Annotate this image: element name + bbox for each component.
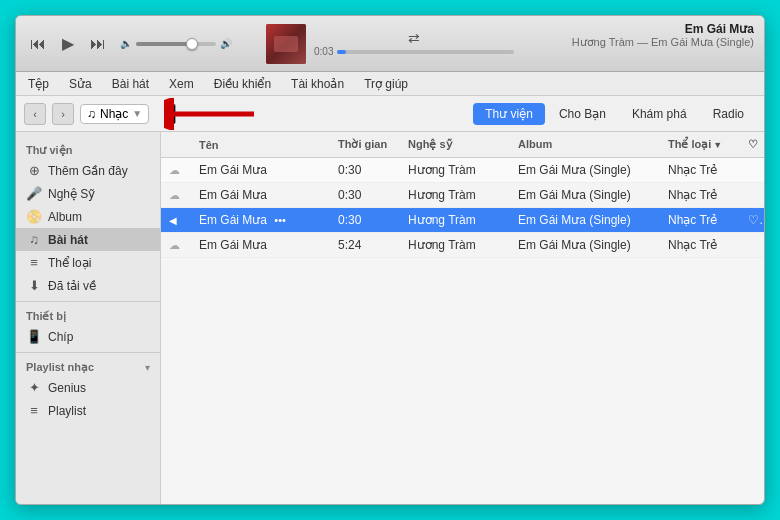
table-row[interactable]: ☁ Em Gái Mưa 0:30 Hương Tràm Em Gái Mưa … xyxy=(161,158,764,183)
sidebar-label-da-tai: Đã tải về xyxy=(48,279,96,293)
row2-artist: Hương Tràm xyxy=(400,183,510,207)
table-row-selected[interactable]: ◀ Em Gái Mưa ••• 0:30 Hương Tràm Em Gái … xyxy=(161,208,764,233)
volume-track[interactable] xyxy=(136,42,216,46)
col-heart: ♡ xyxy=(740,136,764,153)
library-section-label: Thư viện xyxy=(16,140,160,159)
genre-icon: ≡ xyxy=(26,255,42,270)
table-row[interactable]: ☁ Em Gái Mưa 0:30 Hương Tràm Em Gái Mưa … xyxy=(161,183,764,208)
row1-cloud: ☁ xyxy=(161,158,191,182)
device-section-label: Thiết bị xyxy=(16,306,160,325)
row3-name: Em Gái Mưa ••• xyxy=(191,208,330,232)
row3-heart[interactable]: ♡ xyxy=(740,208,764,232)
sidebar-label-bai-hat: Bài hát xyxy=(48,233,88,247)
phone-icon[interactable]: 📱 xyxy=(159,103,181,125)
menu-dieukhien[interactable]: Điều khiển xyxy=(210,75,275,93)
song-table-area: Tên Thời gian Nghệ sỹ Album Thể loại ▼ ♡… xyxy=(161,132,764,504)
menu-taikhoan[interactable]: Tài khoản xyxy=(287,75,348,93)
song-icon: ♫ xyxy=(26,232,42,247)
row1-name: Em Gái Mưa xyxy=(191,158,330,182)
table-row[interactable]: ☁ Em Gái Mưa 5:24 Hương Tràm Em Gái Mưa … xyxy=(161,233,764,258)
next-button[interactable]: ⏭ xyxy=(86,33,110,55)
toolbar: ‹ › ♫ Nhạc ▼ 📱 Thư viện Cho Bạn Khá xyxy=(16,96,764,132)
sidebar-label-playlist: Playlist xyxy=(48,404,86,418)
sidebar-label-nghe-sy: Nghệ Sỹ xyxy=(48,187,95,201)
playlist-section-header: Playlist nhạc ▾ xyxy=(16,357,160,376)
now-playing-center: ⇄ 0:03 xyxy=(266,24,514,64)
menu-sua[interactable]: Sửa xyxy=(65,75,96,93)
sidebar-item-playlist[interactable]: ≡ Playlist xyxy=(16,399,160,422)
track-info: Em Gái Mưa Hương Tràm — Em Gái Mưa (Sing… xyxy=(572,22,754,49)
volume-slider-area: 🔈 🔊 xyxy=(120,38,232,49)
row1-album: Em Gái Mưa (Single) xyxy=(510,158,660,182)
row2-heart xyxy=(740,183,764,207)
row2-genre: Nhạc Trẻ xyxy=(660,183,740,207)
tab-thu-vien[interactable]: Thư viện xyxy=(473,103,545,125)
progress-track[interactable] xyxy=(337,50,514,54)
sidebar-item-nghe-sy[interactable]: 🎤 Nghệ Sỹ xyxy=(16,182,160,205)
menu-trogiup[interactable]: Trợ giúp xyxy=(360,75,412,93)
device-chip-icon: 📱 xyxy=(26,329,42,344)
playlist-chevron-icon: ▾ xyxy=(145,362,150,373)
play-button[interactable]: ▶ xyxy=(58,32,78,55)
col-album[interactable]: Album xyxy=(510,136,660,153)
sidebar-item-them-gan-day[interactable]: ⊕ Thêm Gần đây xyxy=(16,159,160,182)
col-time[interactable]: Thời gian xyxy=(330,136,400,153)
more-options-icon[interactable]: ••• xyxy=(274,214,286,226)
menu-xem[interactable]: Xem xyxy=(165,75,198,93)
playlist-section-label: Playlist nhạc xyxy=(26,361,94,374)
track-title: Em Gái Mưa xyxy=(572,22,754,36)
sidebar-item-the-loai[interactable]: ≡ Thể loại xyxy=(16,251,160,274)
col-artist[interactable]: Nghệ sỹ xyxy=(400,136,510,153)
shuffle-icon[interactable]: ⇄ xyxy=(408,30,420,46)
row4-name: Em Gái Mưa xyxy=(191,233,330,257)
sidebar-item-bai-hat[interactable]: ♫ Bài hát xyxy=(16,228,160,251)
volume-high-icon: 🔊 xyxy=(220,38,232,49)
volume-low-icon: 🔈 xyxy=(120,38,132,49)
prev-button[interactable]: ⏮ xyxy=(26,33,50,55)
playing-icon: ◀ xyxy=(169,215,177,226)
back-button[interactable]: ‹ xyxy=(24,103,46,125)
menu-tep[interactable]: Tệp xyxy=(24,75,53,93)
sidebar-item-da-tai-ve[interactable]: ⬇ Đã tải về xyxy=(16,274,160,297)
sidebar-item-genius[interactable]: ✦ Genius xyxy=(16,376,160,399)
tab-kham-pha[interactable]: Khám phá xyxy=(620,103,699,125)
row1-genre: Nhạc Trẻ xyxy=(660,158,740,182)
album-art xyxy=(266,24,306,64)
cloud-icon: ☁ xyxy=(169,164,180,176)
chevron-down-icon: ▼ xyxy=(132,108,142,119)
tab-cho-ban[interactable]: Cho Bạn xyxy=(547,103,618,125)
tab-radio[interactable]: Radio xyxy=(701,103,756,125)
row3-artist: Hương Tràm xyxy=(400,208,510,232)
table-body: ☁ Em Gái Mưa 0:30 Hương Tràm Em Gái Mưa … xyxy=(161,158,764,504)
sidebar: Thư viện ⊕ Thêm Gần đây 🎤 Nghệ Sỹ 📀 Albu… xyxy=(16,132,161,504)
row4-artist: Hương Tràm xyxy=(400,233,510,257)
col-cloud xyxy=(161,136,191,153)
row3-playing: ◀ xyxy=(161,208,191,232)
row3-genre: Nhạc Trẻ xyxy=(660,208,740,232)
row2-album: Em Gái Mưa (Single) xyxy=(510,183,660,207)
row1-heart xyxy=(740,158,764,182)
table-header: Tên Thời gian Nghệ sỹ Album Thể loại ▼ ♡ xyxy=(161,132,764,158)
cloud-icon: ☁ xyxy=(169,189,180,201)
row3-time: 0:30 xyxy=(330,208,400,232)
device-icon-area: 📱 xyxy=(159,103,181,125)
row1-artist: Hương Tràm xyxy=(400,158,510,182)
selector-label: Nhạc xyxy=(100,107,128,121)
sidebar-item-chip[interactable]: 📱 Chíp xyxy=(16,325,160,348)
playback-info: ⇄ 0:03 xyxy=(314,30,514,57)
music-type-selector[interactable]: ♫ Nhạc ▼ xyxy=(80,104,149,124)
right-nav-tabs: Thư viện Cho Bạn Khám phá Radio xyxy=(473,103,756,125)
col-name[interactable]: Tên xyxy=(191,136,330,153)
forward-button[interactable]: › xyxy=(52,103,74,125)
add-recent-icon: ⊕ xyxy=(26,163,42,178)
sidebar-divider-2 xyxy=(16,352,160,353)
row1-time: 0:30 xyxy=(330,158,400,182)
row4-time: 5:24 xyxy=(330,233,400,257)
main-content: Thư viện ⊕ Thêm Gần đây 🎤 Nghệ Sỹ 📀 Albu… xyxy=(16,132,764,504)
sidebar-item-album[interactable]: 📀 Album xyxy=(16,205,160,228)
row2-time: 0:30 xyxy=(330,183,400,207)
sidebar-label-the-loai: Thể loại xyxy=(48,256,91,270)
menu-baihat[interactable]: Bài hát xyxy=(108,75,153,93)
col-genre[interactable]: Thể loại ▼ xyxy=(660,136,740,153)
row2-name: Em Gái Mưa xyxy=(191,183,330,207)
